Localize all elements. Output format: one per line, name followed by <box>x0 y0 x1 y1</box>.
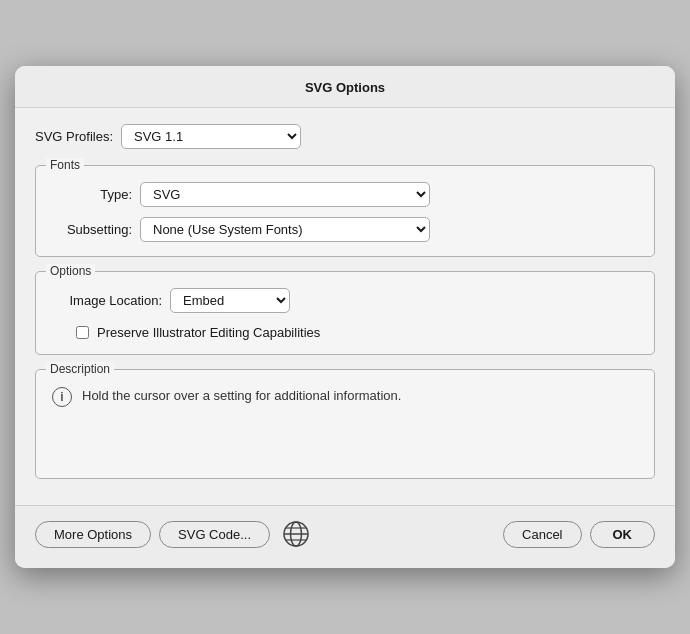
type-row: Type: SVG Convert to Outline None <box>52 182 638 207</box>
subsetting-label: Subsetting: <box>52 222 132 237</box>
profile-row: SVG Profiles: SVG 1.1 SVG 1.0 SVG Basic … <box>35 124 655 149</box>
button-bar-right: Cancel OK <box>503 521 655 548</box>
image-location-label: Image Location: <box>52 293 162 308</box>
globe-button[interactable] <box>278 516 314 552</box>
preserve-checkbox[interactable] <box>76 326 89 339</box>
subsetting-select[interactable]: None (Use System Fonts) Common English C… <box>140 217 430 242</box>
options-section: Options Image Location: Embed Link Prese… <box>35 271 655 355</box>
info-icon: i <box>52 387 72 407</box>
image-location-select[interactable]: Embed Link <box>170 288 290 313</box>
description-legend: Description <box>46 362 114 376</box>
type-label: Type: <box>52 187 132 202</box>
button-bar-left: More Options SVG Code... <box>35 516 314 552</box>
fonts-legend: Fonts <box>46 158 84 172</box>
subsetting-row: Subsetting: None (Use System Fonts) Comm… <box>52 217 638 242</box>
description-content: i Hold the cursor over a setting for add… <box>52 386 638 407</box>
fonts-section: Fonts Type: SVG Convert to Outline None … <box>35 165 655 257</box>
type-select[interactable]: SVG Convert to Outline None <box>140 182 430 207</box>
svg-options-dialog: SVG Options SVG Profiles: SVG 1.1 SVG 1.… <box>15 66 675 568</box>
more-options-button[interactable]: More Options <box>35 521 151 548</box>
dialog-body: SVG Profiles: SVG 1.1 SVG 1.0 SVG Basic … <box>15 108 675 505</box>
preserve-row: Preserve Illustrator Editing Capabilitie… <box>76 325 638 340</box>
button-bar: More Options SVG Code... Cancel OK <box>15 505 675 568</box>
globe-icon <box>282 520 310 548</box>
description-section: Description i Hold the cursor over a set… <box>35 369 655 479</box>
preserve-label[interactable]: Preserve Illustrator Editing Capabilitie… <box>97 325 320 340</box>
options-legend: Options <box>46 264 95 278</box>
ok-button[interactable]: OK <box>590 521 656 548</box>
cancel-button[interactable]: Cancel <box>503 521 581 548</box>
svg-profiles-select[interactable]: SVG 1.1 SVG 1.0 SVG Basic SVG Tiny <box>121 124 301 149</box>
svg-code-button[interactable]: SVG Code... <box>159 521 270 548</box>
profile-label: SVG Profiles: <box>35 129 113 144</box>
image-location-row: Image Location: Embed Link <box>52 288 638 313</box>
description-text: Hold the cursor over a setting for addit… <box>82 386 401 406</box>
dialog-title: SVG Options <box>15 66 675 108</box>
